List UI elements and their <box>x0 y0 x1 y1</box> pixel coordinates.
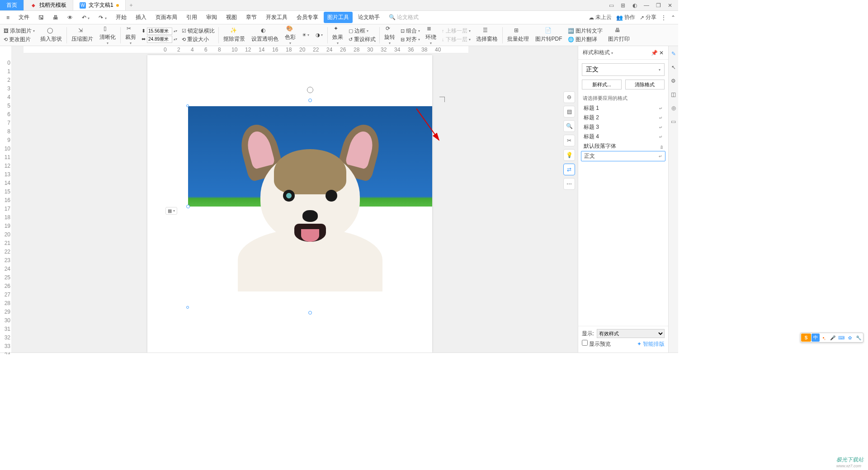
close-button[interactable]: ✕ <box>666 2 674 9</box>
clarity-button[interactable]: ▯清晰化▾ <box>97 25 118 45</box>
file-menu[interactable]: 文件 <box>15 12 33 23</box>
selected-image[interactable] <box>188 100 432 313</box>
handle-top-left[interactable] <box>186 104 189 107</box>
show-select[interactable]: 有效样式 <box>597 329 665 338</box>
menu-developer[interactable]: 开发工具 <box>262 12 291 23</box>
color-button[interactable]: 🎨色彩▾ <box>282 25 298 45</box>
search-box[interactable]: 🔍 论文格式 <box>385 12 422 23</box>
batch-button[interactable]: ⊞批量处理 <box>505 27 532 43</box>
sidetab-layers-icon[interactable]: ◫ <box>671 91 676 100</box>
menu-sections[interactable]: 章节 <box>242 12 260 23</box>
add-image-button[interactable]: 🖼 添加图片 ▾ <box>4 27 35 35</box>
layout-options-button[interactable]: ▦ ▾ <box>165 207 177 215</box>
brightness-icon[interactable]: ☀ ▾ <box>299 32 312 38</box>
ft-compress-icon[interactable]: ⊖ <box>563 91 575 103</box>
style-item-h1[interactable]: 标题 1↵ <box>581 103 665 113</box>
change-image-button[interactable]: ⟲ 更改图片 <box>4 36 35 43</box>
sidetab-book-icon[interactable]: ▭ <box>671 118 676 127</box>
menu-references[interactable]: 引用 <box>183 12 201 23</box>
group-button[interactable]: ⊡ 组合 ▾ <box>401 27 420 35</box>
ft-crop-icon[interactable]: ✂ <box>563 135 575 146</box>
preview-checkbox[interactable]: 显示预览 <box>582 340 611 348</box>
tab-home[interactable]: 首页 <box>0 0 24 10</box>
handle-top[interactable] <box>308 99 312 102</box>
contrast-icon[interactable]: ◑ ▾ <box>313 32 326 38</box>
panel-pin-icon[interactable]: 📌 <box>651 50 658 56</box>
smart-layout-link[interactable]: ✦ 智能排版 <box>637 340 665 348</box>
tab-document[interactable]: W 文字文稿1 <box>73 0 126 10</box>
menu-page-layout[interactable]: 页面布局 <box>152 12 181 23</box>
qat-redo-icon[interactable]: ↷ ▾ <box>95 13 110 23</box>
crop-button[interactable]: ✂裁剪▾ <box>123 25 139 45</box>
layout-icon[interactable]: ▭ <box>608 2 615 9</box>
ft-zoom-icon[interactable]: 🔍 <box>563 120 575 132</box>
width-input[interactable] <box>147 28 172 35</box>
lock-aspect-checkbox[interactable]: ☑ 锁定纵横比 <box>182 27 215 35</box>
reset-size-button[interactable]: ⟲ 重设大小 <box>182 36 215 43</box>
panel-close-icon[interactable]: ✕ <box>659 50 664 56</box>
wrap-button[interactable]: ≣环绕▾ <box>423 25 439 45</box>
remove-bg-button[interactable]: ✨抠除背景 <box>221 27 248 43</box>
menu-picture-tools[interactable]: 图片工具 <box>324 12 353 23</box>
sidetab-target-icon[interactable]: ◎ <box>671 105 676 114</box>
transparency-button[interactable]: ◐设置透明色 <box>249 27 281 43</box>
img-to-text-button[interactable]: 🔤 图片转文字 <box>568 27 603 35</box>
height-input[interactable] <box>147 36 172 43</box>
handle-left[interactable] <box>186 205 190 208</box>
ft-convert-icon[interactable]: ⇄ <box>563 164 575 175</box>
qat-undo-icon[interactable]: ↶ ▾ <box>78 13 93 23</box>
tab-templates[interactable]: ◆ 找稻壳模板 <box>24 0 73 10</box>
ft-bulb-icon[interactable]: 💡 <box>563 149 575 161</box>
align-button[interactable]: ⊟ 对齐 ▾ <box>401 36 420 43</box>
clear-format-button[interactable]: 清除格式 <box>625 80 665 89</box>
ft-more-icon[interactable]: ⋯ <box>563 178 575 190</box>
maximize-button[interactable]: ❐ <box>655 2 662 9</box>
insert-shape-button[interactable]: ◯插入形状 <box>38 27 65 43</box>
selection-pane-button[interactable]: ☰选择窗格 <box>473 27 500 43</box>
handle-bottom[interactable] <box>308 311 312 315</box>
more-menu-icon[interactable]: ⋮ <box>661 14 666 21</box>
effect-button[interactable]: ✦效果▾ <box>330 25 346 45</box>
img-translate-button[interactable]: 🌐 图片翻译 <box>568 36 603 43</box>
share-button[interactable]: ↗ 分享 <box>640 14 656 21</box>
style-item-h4[interactable]: 标题 4↵ <box>581 132 665 141</box>
border-button[interactable]: ▢ 边框 ▾ <box>349 27 376 35</box>
qat-preview-icon[interactable]: 👁 <box>64 13 76 23</box>
grid-icon[interactable]: ⊞ <box>619 2 627 9</box>
style-item-default-font[interactable]: 默认段落字体a <box>581 141 665 151</box>
rotate-button[interactable]: ⟳旋转▾ <box>382 25 398 45</box>
current-style-select[interactable]: 正文▾ <box>582 63 665 76</box>
qat-print-icon[interactable]: 🖶 <box>49 13 62 23</box>
menu-member[interactable]: 会员专享 <box>293 12 322 23</box>
minimize-button[interactable]: — <box>643 2 650 9</box>
new-style-button[interactable]: 新样式... <box>582 80 622 89</box>
img-print-button[interactable]: 🖶图片打印 <box>605 27 632 43</box>
img-to-pdf-button[interactable]: 📄图片转PDF <box>533 27 565 43</box>
sidetab-edit-icon[interactable]: ✎ <box>671 51 676 60</box>
style-item-body[interactable]: 正文↵ <box>581 151 665 161</box>
user-icon[interactable]: ◐ <box>631 2 638 9</box>
canvas[interactable]: 0246810121416182022242628303234363840 <box>12 46 578 352</box>
sidetab-select-icon[interactable]: ↖ <box>671 64 676 73</box>
rotate-handle[interactable] <box>307 87 313 93</box>
menu-review[interactable]: 审阅 <box>203 12 221 23</box>
hamburger-icon[interactable]: ≡ <box>3 13 13 23</box>
collapse-ribbon-icon[interactable]: ⌃ <box>671 14 675 21</box>
bring-forward-button[interactable]: ↑ 上移一层 ▾ <box>442 27 471 35</box>
handle-bottom-left[interactable] <box>186 306 189 309</box>
sidetab-settings-icon[interactable]: ⚙ <box>671 78 676 87</box>
style-item-h3[interactable]: 标题 3↵ <box>581 122 665 132</box>
page[interactable]: ▦ ▾ <box>147 55 432 352</box>
menu-view[interactable]: 视图 <box>222 12 241 23</box>
cloud-status[interactable]: ☁ 未上云 <box>589 14 612 21</box>
menu-start[interactable]: 开始 <box>112 12 130 23</box>
ft-layout-icon[interactable]: ▤ <box>563 106 575 118</box>
style-item-h2[interactable]: 标题 2↵ <box>581 113 665 122</box>
compress-image-button[interactable]: ⇲压缩图片 <box>69 27 96 43</box>
menu-thesis[interactable]: 论文助手 <box>354 12 383 23</box>
reset-style-button[interactable]: ↺ 重设样式 <box>349 36 376 43</box>
send-backward-button[interactable]: ↓ 下移一层 ▾ <box>442 36 471 43</box>
tab-add-button[interactable]: ＋ <box>126 0 137 10</box>
collab-button[interactable]: 👥 协作 <box>616 14 635 21</box>
menu-insert[interactable]: 插入 <box>132 12 150 23</box>
